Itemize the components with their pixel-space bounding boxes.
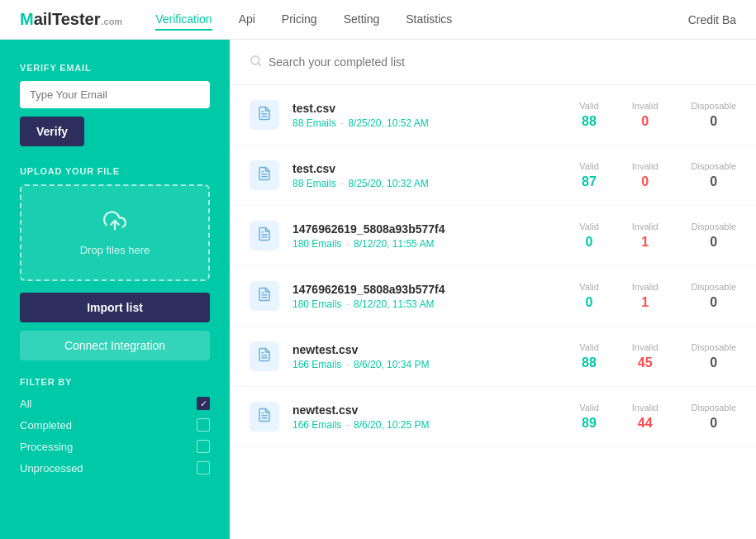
emails-count: 166 Emails [292, 359, 341, 370]
disposable-label: Disposable [692, 282, 736, 292]
file-meta: 180 Emails - 8/12/20, 11:55 AM [292, 238, 566, 250]
file-date: 8/12/20, 11:53 AM [354, 298, 434, 310]
emails-count: 180 Emails [292, 298, 341, 310]
file-name: newtest.csv [292, 343, 566, 356]
drop-zone[interactable]: Drop files here [20, 184, 210, 281]
stat-invalid: Invalid 1 [632, 282, 659, 310]
file-meta: 180 Emails - 8/12/20, 11:53 AM [292, 298, 566, 310]
stat-valid: Valid 88 [579, 101, 599, 129]
stat-invalid: Invalid 45 [632, 342, 659, 370]
stat-disposable: Disposable 0 [692, 161, 736, 189]
credit-balance: Credit Ba [688, 13, 736, 26]
list-item: test.csv 88 Emails - 8/25/20, 10:32 AM V… [230, 145, 756, 206]
valid-value: 89 [579, 416, 599, 431]
list-item: test.csv 88 Emails - 8/25/20, 10:52 AM V… [230, 85, 756, 145]
stat-invalid: Invalid 1 [632, 222, 659, 250]
stat-disposable: Disposable 0 [692, 282, 736, 310]
list-item: newtest.csv 166 Emails - 8/6/20, 10:34 P… [230, 327, 756, 387]
file-stats: Valid 0 Invalid 1 Disposable 0 [579, 222, 736, 250]
import-list-button[interactable]: Import list [20, 293, 210, 322]
file-stats: Valid 0 Invalid 1 Disposable 0 [579, 282, 736, 310]
stat-valid: Valid 0 [579, 222, 599, 250]
nav-statistics[interactable]: Statistics [406, 9, 452, 31]
sidebar: VERIFY EMAIL Verify UPLOAD YOUR FILE Dro… [0, 40, 230, 539]
filter-completed[interactable]: Completed [20, 418, 210, 432]
filter-unprocessed-checkbox[interactable] [197, 461, 210, 475]
email-input[interactable] [20, 81, 210, 108]
nav-setting[interactable]: Setting [344, 9, 380, 31]
invalid-label: Invalid [632, 161, 659, 171]
disposable-value: 0 [692, 114, 736, 129]
emails-count: 166 Emails [292, 419, 341, 431]
emails-count: 88 Emails [292, 117, 336, 129]
filter-all[interactable]: All [20, 397, 210, 410]
disposable-value: 0 [692, 416, 736, 431]
stat-invalid: Invalid 0 [632, 101, 659, 129]
separator: - [346, 419, 352, 431]
invalid-value: 0 [632, 114, 659, 129]
file-meta: 166 Emails - 8/6/20, 10:34 PM [292, 359, 566, 370]
file-csv-icon [257, 106, 272, 124]
file-csv-icon [257, 227, 272, 245]
disposable-value: 0 [692, 355, 736, 370]
separator: - [340, 178, 346, 189]
search-input[interactable] [269, 55, 736, 69]
file-icon-wrap [250, 221, 279, 250]
nav-pricing[interactable]: Pricing [282, 9, 317, 31]
filter-processing-label: Processing [20, 441, 73, 453]
filter-all-label: All [20, 398, 31, 410]
file-name: newtest.csv [292, 403, 566, 417]
filter-unprocessed[interactable]: Unprocessed [20, 461, 210, 475]
app-layout: VERIFY EMAIL Verify UPLOAD YOUR FILE Dro… [0, 40, 756, 539]
main-nav: Verification Api Pricing Setting Statist… [155, 9, 688, 31]
list-item: newtest.csv 166 Emails - 8/6/20, 10:25 P… [230, 387, 756, 447]
file-csv-icon [257, 166, 272, 184]
nav-api[interactable]: Api [239, 9, 255, 31]
stat-valid: Valid 0 [579, 282, 599, 310]
filter-unprocessed-label: Unprocessed [20, 462, 83, 475]
file-csv-icon [257, 287, 272, 305]
filter-processing-checkbox[interactable] [197, 440, 210, 453]
file-meta: 88 Emails - 8/25/20, 10:52 AM [292, 117, 566, 129]
invalid-label: Invalid [632, 222, 659, 231]
valid-label: Valid [579, 161, 599, 171]
file-meta: 88 Emails - 8/25/20, 10:32 AM [292, 178, 566, 189]
filter-all-checkbox[interactable] [197, 397, 210, 410]
file-info: 1476962619_5808a93b577f4 180 Emails - 8/… [292, 283, 566, 310]
invalid-label: Invalid [632, 342, 659, 352]
upload-icon [103, 209, 126, 237]
separator: - [346, 298, 352, 310]
file-stats: Valid 88 Invalid 45 Disposable 0 [579, 342, 736, 370]
valid-value: 87 [579, 174, 599, 189]
valid-label: Valid [579, 101, 599, 111]
valid-value: 88 [579, 114, 599, 129]
stat-invalid: Invalid 44 [632, 403, 659, 431]
list-item: 1476962619_5808a93b577f4 180 Emails - 8/… [230, 206, 756, 266]
file-stats: Valid 87 Invalid 0 Disposable 0 [579, 161, 736, 189]
nav-verification[interactable]: Verification [155, 9, 212, 31]
disposable-label: Disposable [692, 342, 736, 352]
search-bar [230, 40, 756, 85]
file-icon-wrap [250, 100, 279, 130]
emails-count: 180 Emails [292, 238, 341, 250]
filter-processing[interactable]: Processing [20, 440, 210, 453]
connect-integration-button[interactable]: Connect Integration [20, 331, 210, 360]
file-info: newtest.csv 166 Emails - 8/6/20, 10:25 P… [292, 403, 566, 431]
filter-completed-checkbox[interactable] [197, 418, 210, 432]
disposable-label: Disposable [692, 101, 736, 111]
file-stats: Valid 88 Invalid 0 Disposable 0 [579, 101, 736, 129]
file-icon-wrap [250, 160, 279, 190]
stat-disposable: Disposable 0 [692, 101, 736, 129]
invalid-value: 45 [632, 355, 659, 370]
stat-valid: Valid 88 [579, 342, 599, 370]
file-date: 8/25/20, 10:52 AM [348, 117, 428, 129]
main-content: test.csv 88 Emails - 8/25/20, 10:52 AM V… [230, 40, 756, 539]
file-stats: Valid 89 Invalid 44 Disposable 0 [579, 403, 736, 431]
list-item: 1476962619_5808a93b577f4 180 Emails - 8/… [230, 266, 756, 327]
verify-button[interactable]: Verify [20, 117, 84, 146]
file-date: 8/25/20, 10:32 AM [348, 178, 428, 189]
file-name: 1476962619_5808a93b577f4 [292, 222, 566, 236]
file-meta: 166 Emails - 8/6/20, 10:25 PM [292, 419, 566, 431]
disposable-value: 0 [692, 295, 736, 310]
valid-label: Valid [579, 342, 599, 352]
